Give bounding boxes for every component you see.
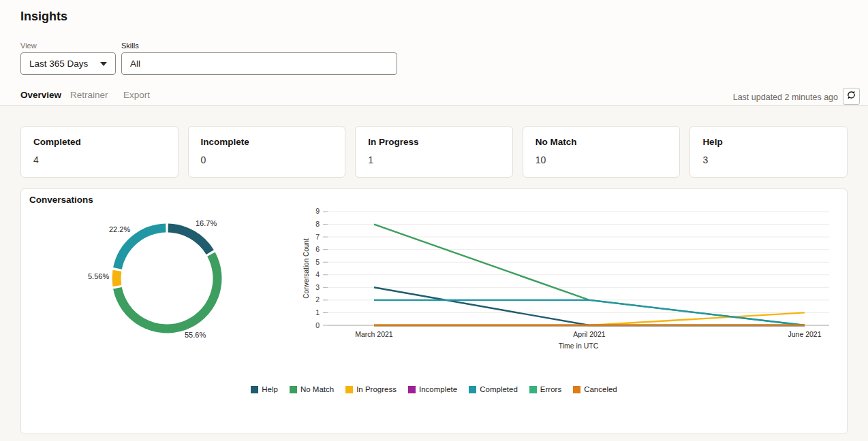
refresh-button[interactable]	[843, 88, 860, 105]
line-series-in-progress[interactable]	[374, 312, 805, 325]
line-chart-container[interactable]: 0123456789March 2021April 2021June 2021T…	[300, 201, 852, 372]
legend-item-in-progress: In Progress	[345, 385, 397, 393]
y-tick-label: 8	[315, 220, 320, 228]
stat-card-value: 10	[536, 154, 668, 165]
skills-filter: Skills All	[121, 42, 397, 75]
donut-slice-no-match[interactable]	[117, 255, 217, 329]
y-tick-label: 0	[315, 321, 320, 329]
stat-card-label: Incomplete	[201, 137, 333, 147]
y-tick-label: 2	[315, 295, 320, 304]
donut-slice-completed[interactable]	[117, 228, 166, 268]
last-updated-text: Last updated 2 minutes ago	[733, 93, 838, 102]
skills-input-value: All	[130, 59, 140, 69]
legend-label: In Progress	[356, 385, 397, 393]
legend-swatch	[573, 386, 580, 393]
stat-cards-row: Completed 4 Incomplete 0 In Progress 1 N…	[20, 126, 848, 178]
tab-export[interactable]: Export	[123, 90, 150, 106]
legend-item-errors: Errors	[529, 385, 561, 393]
stat-card-value: 3	[702, 154, 835, 165]
insights-page: Insights View Last 365 Days Skills All O…	[0, 0, 868, 441]
legend-item-no-match: No Match	[290, 385, 334, 393]
legend-swatch	[469, 386, 476, 393]
refresh-icon	[846, 90, 856, 103]
conversations-panel-title: Conversations	[29, 195, 93, 205]
view-filter-select[interactable]: Last 365 Days	[20, 52, 116, 75]
legend-swatch	[345, 386, 353, 393]
y-tick-label: 4	[315, 270, 320, 278]
tab-retrainer[interactable]: Retrainer	[70, 90, 108, 106]
stat-card-no-match[interactable]: No Match 10	[523, 126, 681, 178]
stat-card-in-progress[interactable]: In Progress 1	[355, 126, 513, 178]
legend-swatch	[290, 386, 297, 393]
y-tick-label: 1	[315, 308, 320, 316]
x-axis-title: Time in UTC	[559, 342, 599, 350]
legend-swatch	[408, 386, 416, 393]
legend-item-help: Help	[251, 385, 278, 393]
legend-item-canceled: Canceled	[573, 385, 617, 393]
view-filter-value: Last 365 Days	[29, 59, 88, 69]
stat-card-completed[interactable]: Completed 4	[20, 126, 179, 178]
y-tick-label: 5	[315, 258, 320, 266]
stat-card-value: 0	[201, 154, 333, 165]
legend-item-incomplete: Incomplete	[408, 385, 457, 393]
stat-card-value: 1	[368, 154, 500, 165]
y-tick-label: 9	[315, 207, 320, 215]
donut-pct-label: 22.2%	[109, 225, 130, 233]
page-title: Insights	[20, 10, 67, 24]
legend-swatch	[251, 386, 258, 393]
legend-label: Incomplete	[419, 385, 457, 393]
stat-card-incomplete[interactable]: Incomplete 0	[188, 126, 346, 178]
x-tick-label: March 2021	[355, 330, 393, 338]
stat-card-label: No Match	[536, 137, 668, 147]
stat-card-help[interactable]: Help 3	[689, 126, 848, 178]
x-tick-label: April 2021	[573, 330, 605, 338]
stat-card-label: In Progress	[368, 137, 500, 147]
donut-chart[interactable]	[89, 200, 245, 357]
legend-swatch	[529, 386, 537, 393]
donut-pct-label: 55.6%	[185, 331, 206, 339]
legend-item-completed: Completed	[469, 385, 518, 393]
x-tick-label: June 2021	[788, 330, 821, 338]
caret-down-icon	[100, 62, 107, 66]
legend-label: Errors	[540, 385, 561, 393]
donut-pct-label: 5.56%	[88, 272, 109, 280]
stat-card-label: Completed	[33, 137, 166, 147]
skills-filter-label: Skills	[121, 42, 397, 50]
legend-label: Completed	[480, 385, 518, 393]
donut-chart-container[interactable]: 16.7%22.2%5.56%55.6%	[89, 200, 245, 357]
legend-label: Help	[262, 385, 278, 393]
donut-slice-in-progress[interactable]	[117, 271, 117, 286]
donut-pct-label: 16.7%	[196, 219, 217, 227]
chart-legend: HelpNo MatchIn ProgressIncompleteComplet…	[21, 385, 847, 393]
stat-card-label: Help	[702, 137, 835, 147]
y-axis-title: Conversation Count	[303, 238, 310, 299]
line-series-help[interactable]	[374, 287, 805, 325]
y-tick-label: 7	[315, 233, 320, 241]
conversations-panel: Conversations 16.7%22.2%5.56%55.6% 01234…	[20, 189, 848, 434]
content-area: Completed 4 Incomplete 0 In Progress 1 N…	[0, 106, 868, 441]
legend-label: No Match	[300, 385, 334, 393]
line-chart[interactable]: 0123456789March 2021April 2021June 2021T…	[300, 201, 852, 372]
legend-label: Canceled	[584, 385, 617, 393]
skills-input[interactable]: All	[121, 52, 397, 75]
view-filter-label: View	[20, 42, 116, 50]
y-tick-label: 6	[315, 245, 320, 253]
stat-card-value: 4	[33, 154, 166, 165]
donut-slice-help[interactable]	[168, 228, 211, 252]
y-tick-label: 3	[315, 283, 320, 291]
view-filter: View Last 365 Days	[20, 42, 116, 75]
